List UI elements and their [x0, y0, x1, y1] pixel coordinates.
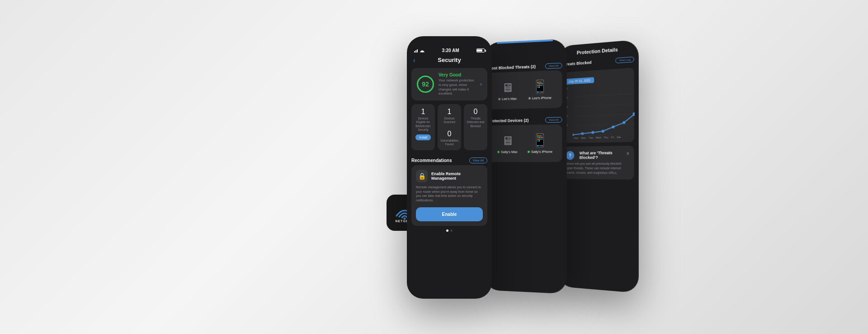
info-title: What are 'Threats Blocked'?	[580, 150, 627, 160]
svg-rect-2	[415, 50, 416, 52]
svg-point-13	[591, 131, 594, 134]
svg-line-9	[573, 124, 635, 126]
svg-line-7	[573, 104, 635, 107]
device-sallys-iphone: 📱 Sally's iPhone	[528, 133, 552, 154]
lock-icon: 🔒	[416, 170, 428, 182]
svg-line-8	[573, 114, 635, 116]
stat-threats: 0 Threats Detected and Blocked	[464, 104, 487, 150]
view-all-recommendations-button[interactable]: View All	[469, 157, 487, 163]
threats-chart: July 25-31, 2021 50 40 30 20 10 0	[561, 68, 634, 143]
phones-showcase: 3:20 AM ‹ Security 92 Very Good Your net…	[407, 27, 639, 299]
svg-point-12	[581, 132, 584, 135]
enable-button[interactable]: Enable	[416, 207, 483, 221]
iphone-icon-2: 📱	[528, 133, 552, 148]
blocked-devices-row: 🖥 Lee's Mac 📱 Lee's iPhone	[493, 75, 558, 105]
recommendations-title: Recommendations	[411, 158, 452, 163]
chart-grid: 50 40 30 20 10 0	[565, 84, 631, 136]
active-dot	[497, 151, 500, 153]
close-button[interactable]: ×	[626, 150, 629, 157]
svg-rect-3	[417, 49, 418, 52]
sallys-mac-label: Sally's Mac	[497, 150, 518, 154]
recommendations-header: Recommendations View All	[407, 154, 492, 165]
lees-iphone-label: Lee's iPhone	[528, 95, 552, 100]
dot-2	[450, 229, 453, 232]
signal-wifi-icons	[414, 49, 425, 52]
active-dot-2	[528, 151, 530, 153]
svg-point-16	[623, 121, 625, 124]
monitor-icon: 🖥	[498, 80, 517, 95]
sallys-iphone-label: Sally's iPhone	[528, 150, 552, 154]
protected-devices-title: Protected Devices (2)	[488, 118, 529, 124]
monitor-icon-2: 🖥	[497, 133, 518, 148]
rec-header: 🔒 Enable Remote Management	[416, 170, 483, 182]
back-button[interactable]: ‹	[413, 57, 415, 64]
screen-title: Security	[438, 57, 461, 63]
lees-mac-label: Lee's Mac	[498, 96, 517, 101]
phone-devices-screen: Most Blocked Threats (2) View All 🖥 Lee'…	[484, 38, 566, 294]
recommendation-card: 🔒 Enable Remote Management Remote manage…	[411, 165, 487, 226]
question-icon: ?	[566, 151, 575, 160]
most-blocked-title: Most Blocked Threats (2)	[488, 64, 536, 71]
rec-title: Enable Remote Management	[431, 172, 483, 181]
device-lees-iphone: 📱 Lee's iPhone	[528, 79, 552, 100]
chart-date-badge: July 25-31, 2021	[565, 77, 594, 85]
most-blocked-card: 🖥 Lee's Mac 📱 Lee's iPhone	[488, 70, 562, 110]
svg-rect-1	[414, 51, 415, 52]
score-text: Very Good Your network protection is ver…	[439, 72, 476, 96]
security-score-card[interactable]: 92 Very Good Your network protection is …	[411, 68, 487, 100]
view-log-button[interactable]: View Log	[616, 57, 634, 63]
phone-notch	[436, 36, 463, 44]
phone3-screen-title: Protection Details	[577, 47, 618, 55]
protected-devices-row: 🖥 Sally's Mac 📱 Sally's iPhone	[493, 129, 558, 157]
stats-row: 1 Devices Eligible for Bitdefender Secur…	[411, 104, 487, 150]
svg-point-15	[612, 125, 614, 128]
protected-devices-header: Protected Devices (2) View All	[484, 113, 566, 125]
status-bar: 3:20 AM	[407, 44, 492, 55]
view-all-threats-button[interactable]: View All	[545, 63, 562, 69]
svg-point-0	[404, 217, 406, 219]
threats-blocked-info-card: ? What are 'Threats Blocked'? × Armor le…	[561, 146, 634, 180]
device-lees-mac: 🖥 Lee's Mac	[498, 80, 517, 101]
chevron-right-icon: ›	[480, 81, 482, 87]
install-button[interactable]: Install	[415, 134, 431, 140]
page-dots	[407, 226, 492, 235]
phone-security-screen: 3:20 AM ‹ Security 92 Very Good Your net…	[407, 36, 492, 299]
score-circle: 92	[417, 76, 434, 93]
svg-point-14	[602, 130, 604, 133]
time-display: 3:20 AM	[442, 48, 459, 53]
nav-bar: ‹ Security	[407, 55, 492, 66]
protected-devices-card: 🖥 Sally's Mac 📱 Sally's iPhone	[488, 124, 562, 162]
info-card-header: ? What are 'Threats Blocked'? ×	[566, 150, 630, 160]
phone-protection-details: ‹ Protection Details Threats Blocked Vie…	[557, 39, 639, 293]
svg-point-4	[422, 52, 423, 52]
svg-line-5	[573, 83, 635, 87]
svg-line-6	[573, 94, 635, 97]
device-status-dot	[498, 98, 500, 100]
line-chart-svg	[573, 83, 635, 136]
info-body: Armor lets you see all previously blocke…	[566, 162, 630, 175]
score-description: Your network protection is very good, mi…	[439, 78, 476, 96]
svg-point-11	[573, 134, 574, 136]
dot-1	[446, 229, 448, 232]
stat-scanned: 1 Devices Scanned 0 Vulnerabilities Foun…	[438, 104, 461, 150]
stat-eligible: 1 Devices Eligible for Bitdefender Secur…	[411, 104, 435, 150]
view-all-protected-button[interactable]: View All	[545, 117, 562, 123]
iphone-icon: 📱	[528, 79, 552, 95]
device-sallys-mac: 🖥 Sally's Mac	[497, 133, 518, 154]
battery-display	[476, 48, 485, 52]
device-status-dot-2	[528, 97, 531, 100]
score-label: Very Good	[439, 72, 476, 77]
rec-description: Remote management allows you to connect …	[416, 185, 483, 203]
